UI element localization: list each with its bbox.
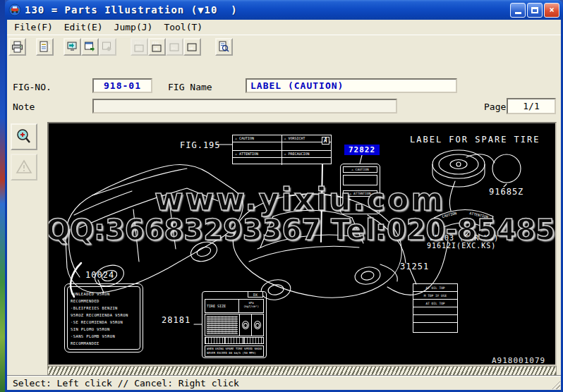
document-search-alert-icon: !	[217, 40, 231, 54]
pressure-dial-icon	[254, 321, 261, 329]
print-icon	[11, 40, 24, 54]
menu-jump[interactable]: Jump(J)	[110, 20, 160, 34]
part-number-31251[interactable]: 31251	[400, 262, 429, 271]
watermark-contact: QQ:36683293367 Tel:020-85485058	[47, 214, 557, 246]
part-number-10024[interactable]: 10024	[85, 270, 114, 280]
fuel-line: ·UNLEADED 95RON	[71, 290, 137, 298]
fig-window-add-icon: FIG.	[83, 40, 97, 54]
fig-next-button[interactable]: FIG. →	[148, 38, 166, 56]
fig195-cell-caution: ⚠ CAUTION	[233, 135, 282, 142]
send-to-screen-button[interactable]	[63, 38, 81, 56]
fuel-line: 95ROZ RECOMIENDA 95RON	[71, 312, 137, 319]
page-field: 1/1	[507, 98, 556, 114]
tire-pressure-label: DX TIRE SIZE kPa (kgf/cm²) WHEN USING SP…	[202, 291, 267, 358]
fuel-line: RECOMMANDEE	[71, 340, 137, 347]
document-search-button[interactable]: !	[215, 38, 233, 56]
maximize-button[interactable]	[527, 3, 543, 18]
warning-button[interactable]	[11, 154, 37, 180]
oil-caution-label: AT OIL TOP M TOP IF USE AT OIL TOP	[413, 283, 458, 333]
watermark-url: www.yixiu.com	[155, 181, 445, 217]
window-arrow-icon	[101, 40, 114, 54]
minimize-button[interactable]	[510, 3, 526, 18]
oil-label-row	[413, 315, 457, 323]
menu-tool[interactable]: Tool(T)	[159, 20, 210, 34]
svg-text:!: !	[227, 40, 231, 47]
part-number-91685Z[interactable]: 91685Z	[489, 187, 523, 197]
window-arrow-button[interactable]	[99, 38, 116, 56]
titlebar[interactable]: 130 = Parts Illustration (▼10 ) ×	[5, 0, 563, 20]
fuel-recommendation-label: ·UNLEADED 95RON RECOMMENDED ·BLEIFREIES …	[64, 283, 143, 353]
fig-window-button[interactable]: FIG.	[81, 38, 99, 56]
svg-text:→: →	[189, 44, 193, 51]
fig-next-icon: FIG. →	[150, 40, 164, 54]
warning-triangle-icon	[15, 158, 33, 176]
illustration-canvas[interactable]: CAUTION ATTENTION FIG.195 ⚠ CA	[47, 122, 557, 366]
fig-name-label: FIG Name	[168, 82, 212, 92]
close-button[interactable]: ×	[544, 3, 559, 18]
tire-label-band	[205, 337, 264, 344]
fuel-line: ·SANS PLOMB 95RON	[71, 333, 137, 340]
fig-name-field[interactable]: LABEL (CAUTION)	[246, 78, 457, 93]
window-body: File(F) Edit(E) Jump(J) Tool(T)	[7, 20, 561, 390]
fuel-line: ·BLEIFREIES BENZIN	[71, 305, 137, 312]
forward-button[interactable]: →	[183, 38, 201, 56]
fuel-line: RECOMMENDED	[71, 298, 137, 305]
document-alert-icon: !	[38, 40, 52, 54]
fig195-caution-table: ⚠ CAUTION ⚠ VORSICHT ⚠ ATTENTION ⚠ PRECA…	[232, 135, 332, 164]
fig195-cell-attention: ⚠ ATTENTION	[233, 151, 282, 158]
svg-text:!: !	[47, 43, 52, 53]
toolbar: ! FIG.	[7, 36, 561, 58]
fig195-badge: A	[322, 137, 329, 145]
svg-text:→: →	[154, 45, 158, 52]
label-strip-caution: ⚠ CAUTION	[343, 166, 377, 173]
fig195-cell-precaucion: ⚠ PRECAUCION	[282, 151, 332, 158]
fig-no-field[interactable]: 918-01	[92, 78, 152, 93]
spare-tire-title: LABEL FOR SPARE TIRE	[410, 135, 540, 145]
fig-no-label: FIG-NO.	[13, 82, 52, 92]
tire-spec-fine-print	[207, 316, 238, 334]
tire-size-header: TIRE SIZE	[205, 300, 239, 312]
page-label: Page	[484, 102, 506, 112]
part-number-28181[interactable]: 28181	[162, 315, 190, 325]
status-bar: Select: Left click // Cancel: Right clic…	[7, 375, 561, 390]
tire-label-footnote-2: NEVER EXCEED 80 km/h (50 MPH)	[207, 351, 262, 355]
svg-text:←: ←	[136, 45, 140, 52]
note-field[interactable]	[92, 99, 397, 114]
window-title: 130 = Parts Illustration (▼10 )	[25, 4, 509, 16]
oil-label-row	[413, 307, 457, 315]
part-info-button[interactable]: !	[36, 38, 54, 56]
menu-file[interactable]: File(F)	[10, 20, 60, 34]
part-number-72822-selected[interactable]: 72822	[344, 145, 380, 155]
fig195-ref-label[interactable]: FIG.195	[180, 140, 221, 150]
menu-bar: File(F) Edit(E) Jump(J) Tool(T)	[7, 20, 561, 35]
forward-icon: →	[186, 40, 199, 54]
drawing-number: A918001079	[492, 356, 545, 365]
oil-label-row	[413, 323, 457, 331]
pressure-dial-icon	[242, 321, 249, 329]
fuel-line: ·SE RECOMIENDA 95RON	[71, 319, 137, 326]
menu-edit[interactable]: Edit(E)	[60, 20, 110, 34]
app-window: 130 = Parts Illustration (▼10 ) × File(F…	[5, 0, 563, 392]
oil-label-row: M TOP IF USE	[413, 292, 457, 300]
tire-label-tab: DX	[248, 291, 263, 298]
magnifier-plus-icon	[15, 128, 33, 146]
app-icon	[8, 4, 21, 16]
resize-grip[interactable]	[551, 380, 560, 389]
note-label: Note	[13, 102, 35, 112]
desktop-background	[0, 0, 5, 392]
fuel-line: SIN PLOMO 95RON	[71, 326, 137, 333]
oil-label-row: AT OIL TOP	[413, 284, 457, 292]
back-button[interactable]: ←	[166, 38, 183, 56]
fig-previous-icon: FIG. ←	[133, 40, 146, 54]
print-button[interactable]	[8, 38, 26, 56]
svg-text:←: ←	[171, 44, 176, 51]
oil-label-row: AT OIL TOP	[413, 300, 457, 307]
back-icon: ←	[168, 40, 181, 54]
zoom-button[interactable]	[11, 123, 37, 150]
fig-previous-button[interactable]: FIG. ←	[131, 38, 148, 56]
send-to-screen-icon	[66, 40, 79, 54]
pressure-unit-2: (kgf/cm²)	[239, 305, 263, 308]
status-text: Select: Left click // Cancel: Right clic…	[13, 378, 239, 388]
